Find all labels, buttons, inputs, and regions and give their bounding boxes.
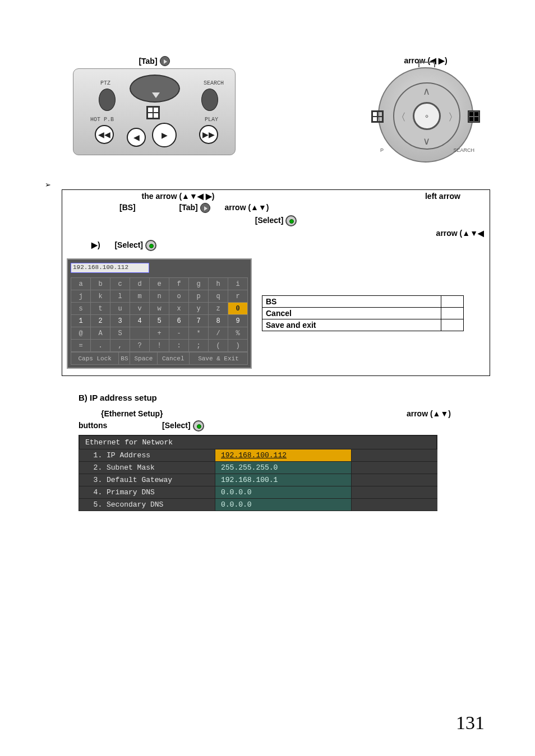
osk-key[interactable]: d (130, 278, 150, 290)
osk-key[interactable]: S (110, 327, 130, 340)
osk-key[interactable]: r (228, 290, 248, 303)
osk-key[interactable]: @ (71, 327, 91, 340)
osk-key[interactable]: / (209, 327, 228, 340)
eth-row-label[interactable]: 3. Default Gateway (79, 474, 215, 486)
osk-key[interactable]: 4 (130, 315, 150, 327)
osk-key[interactable]: 7 (189, 315, 209, 327)
ethernet-window-title: Ethernet for Network (79, 435, 437, 449)
osk-key[interactable]: z (209, 303, 228, 315)
page: [Tab] PTZ SEARCH HOT P.B PLAY ◀◀ ◀ ▶ ▶▶ … (0, 0, 535, 756)
osk-key[interactable]: ; (189, 340, 209, 352)
osk-key[interactable]: : (169, 340, 189, 352)
page-number: 131 (456, 712, 485, 734)
osk-key[interactable]: 2 (91, 315, 110, 327)
osk-bs-key[interactable]: BS (119, 353, 130, 365)
select-icon-2 (145, 240, 156, 251)
osk-key[interactable]: + (150, 327, 169, 340)
osk-key[interactable]: 6 (169, 315, 189, 327)
circle-search-label: SEARCH (453, 147, 474, 153)
eth-row-label[interactable]: 2. Subnet Mask (79, 462, 215, 474)
tab-label-text: [Tab] (139, 57, 157, 66)
osk-key[interactable]: j (71, 290, 91, 303)
osk-space-key[interactable]: Space (130, 353, 157, 365)
rule2-arrow-ud: arrow (▲▼) (224, 203, 269, 212)
osk-key[interactable]: k (91, 290, 110, 303)
osk-key[interactable]: u (110, 303, 130, 315)
osk-key[interactable]: m (130, 290, 150, 303)
osk-key[interactable]: n (150, 290, 169, 303)
osk-key[interactable]: % (228, 327, 248, 340)
eth-row-value[interactable]: 0.0.0.0 (215, 499, 352, 511)
buttons-label: buttons (79, 421, 107, 430)
osk-key[interactable]: i (228, 278, 248, 290)
osk-key[interactable]: w (150, 303, 169, 315)
osk-key[interactable]: s (71, 303, 91, 315)
osk-key[interactable]: A (91, 327, 110, 340)
osk-key[interactable]: t (91, 303, 110, 315)
onscreen-keyboard: 192.168.100.112 abcdefghijklmnopqrstuvwx… (67, 258, 252, 369)
remote-play-label: PLAY (205, 117, 218, 123)
osk-key[interactable]: v (130, 303, 150, 315)
osk-key[interactable]: y (189, 303, 209, 315)
osk-key[interactable]: 3 (110, 315, 130, 327)
remote-grid-icon (146, 106, 160, 119)
eth-row-value[interactable]: 192.168.100.112 (215, 449, 352, 462)
section-b-title: B) IP address setup (79, 393, 490, 402)
eth-row-value[interactable]: 255.255.255.0 (215, 462, 352, 474)
osk-key[interactable]: 1 (71, 315, 91, 327)
explain-key: Cancel (262, 308, 441, 319)
eth-row-value[interactable]: 192.168.100.1 (215, 474, 352, 486)
osk-capslock-key[interactable]: Caps Lock (71, 353, 119, 365)
osk-key[interactable]: x (169, 303, 189, 315)
remote-search-button-icon (201, 89, 218, 111)
ethernet-table: 1. IP Address 192.168.100.112 2. Subnet … (79, 449, 437, 511)
eth-row-label[interactable]: 1. IP Address (79, 449, 215, 462)
osk-key[interactable]: b (91, 278, 110, 290)
osk-key[interactable]: = (71, 340, 91, 352)
osk-key[interactable]: c (110, 278, 130, 290)
rule5-tri: ▶) (91, 240, 100, 249)
osk-key[interactable]: 8 (209, 315, 228, 327)
eth-row-value[interactable]: 0.0.0.0 (215, 486, 352, 499)
osk-key[interactable]: ( (209, 340, 228, 352)
osk-key[interactable]: . (91, 340, 110, 352)
osk-key[interactable]: f (169, 278, 189, 290)
section-b-line1: {Ethernet Setup} arrow (▲▼) (79, 409, 490, 418)
osk-cancel-key[interactable]: Cancel (157, 353, 189, 365)
osk-key[interactable]: ) (228, 340, 248, 352)
osk-key[interactable]: 9 (228, 315, 248, 327)
osk-save-key[interactable]: Save & Exit (189, 353, 247, 365)
osk-key[interactable]: - (169, 327, 189, 340)
osk-key[interactable]: , (110, 340, 130, 352)
eth-row-label[interactable]: 5. Secondary DNS (79, 499, 215, 511)
grid-right-icon (468, 110, 480, 123)
osk-key[interactable]: o (169, 290, 189, 303)
circle-pad-panel: arrow (◀ ▶) ◦ ∧ ∨ 〈 〉 P SEARCH (378, 56, 473, 163)
top-diagrams-row: [Tab] PTZ SEARCH HOT P.B PLAY ◀◀ ◀ ▶ ▶▶ … (73, 56, 473, 163)
remote-ptz-button-icon (99, 89, 116, 111)
osk-key[interactable]: 5 (150, 315, 169, 327)
osk-key[interactable]: p (189, 290, 209, 303)
section-b-line2: buttons [Select] (79, 420, 490, 432)
instruction-body: 192.168.100.112 abcdefghijklmnopqrstuvwx… (62, 253, 490, 375)
explain-key: BS (262, 296, 441, 308)
osk-key[interactable] (130, 327, 150, 340)
osk-input[interactable]: 192.168.100.112 (71, 263, 149, 273)
chevron-up-icon: ∧ (423, 85, 430, 98)
osk-key[interactable]: a (71, 278, 91, 290)
osk-key[interactable]: 0 (228, 303, 248, 315)
select-icon-3 (193, 420, 204, 432)
osk-key[interactable]: l (110, 290, 130, 303)
osk-key[interactable]: q (209, 290, 228, 303)
osk-key[interactable]: h (209, 278, 228, 290)
chevron-down-icon: ∨ (423, 135, 430, 147)
section-b: B) IP address setup {Ethernet Setup} arr… (79, 393, 490, 511)
arrow-ud-label: arrow (▲▼) (407, 409, 451, 418)
osk-key[interactable]: ? (130, 340, 150, 352)
osk-key[interactable]: ! (150, 340, 169, 352)
osk-key[interactable]: * (189, 327, 209, 340)
osk-explain-table: BSCancelSave and exit (262, 295, 464, 331)
osk-key[interactable]: e (150, 278, 169, 290)
eth-row-label[interactable]: 4. Primary DNS (79, 486, 215, 499)
osk-key[interactable]: g (189, 278, 209, 290)
